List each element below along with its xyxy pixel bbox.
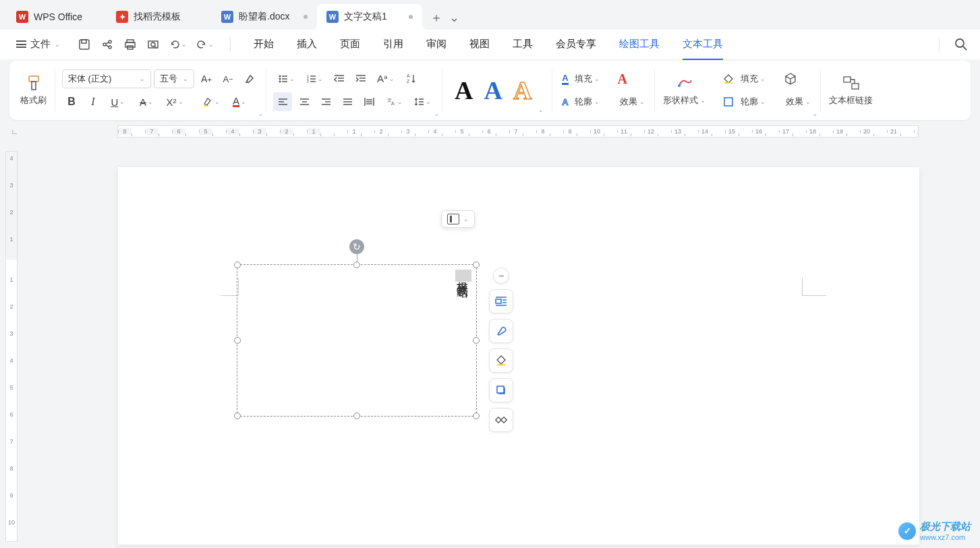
chevron-down-icon: ⌄ [760,98,766,105]
tab-home[interactable]: W WPS Office [7,4,107,30]
print-preview-icon[interactable] [146,38,160,51]
italic-icon[interactable]: I [84,92,103,111]
rotate-handle[interactable]: ↻ [349,239,364,254]
ribbon-toolbar: 格式刷 宋体 (正文)⌄ 五号⌄ A+ A− B I U⌄ A⌄ X²⌄ ⌄ A… [9,61,971,120]
align-right-icon[interactable] [316,92,335,111]
sort-icon[interactable]: AZ [401,69,420,88]
shape-fill-button[interactable]: 填充⌄ [720,71,768,86]
change-case-icon[interactable]: Aᵃ⌄ [373,69,399,88]
menu-review[interactable]: 审阅 [426,35,446,53]
bold-icon[interactable]: B [62,92,81,111]
decrease-indent-icon[interactable] [330,69,349,88]
menu-drawing-tools[interactable]: 绘图工具 [619,35,660,53]
text-effect-dropdown[interactable]: 效果⌄ [617,94,647,109]
tab-options-dropdown[interactable]: ⌄ [449,10,459,25]
tab-templates[interactable]: ✦ 找稻壳模板 [107,4,212,30]
fill-tool-icon[interactable] [489,348,513,373]
textbox-link-button[interactable]: 文本框链接 [829,74,873,106]
styles-more-icon[interactable]: ⌄ [538,106,544,113]
highlight-icon[interactable]: ⌄ [198,92,224,111]
resize-handle-bm[interactable] [353,413,360,419]
expand-font-icon[interactable]: ⌄ [258,110,263,117]
text-direction-icon[interactable]: 文A⌄ [381,92,407,111]
strikethrough-icon[interactable]: A⌄ [134,92,159,111]
align-left-icon[interactable] [273,92,292,111]
font-size-select[interactable]: 五号⌄ [154,69,194,88]
horizontal-ruler[interactable]: 8765432112345678910111213141516171819202… [117,125,919,138]
resize-handle-ml[interactable] [234,337,241,344]
layout-tool-icon[interactable] [489,289,513,313]
search-icon[interactable] [954,38,968,51]
chevron-down-icon: ⌄ [389,75,395,82]
text-effect-button[interactable]: A [617,71,627,87]
superscript-icon[interactable]: X²⌄ [162,92,188,111]
share-icon[interactable] [100,38,114,51]
text-style-3[interactable]: A [509,75,536,105]
resize-handle-br[interactable] [473,413,480,419]
decrease-font-icon[interactable]: A− [219,69,237,88]
align-center-icon[interactable] [295,92,314,111]
align-justify-icon[interactable] [338,92,357,111]
increase-indent-icon[interactable] [351,69,370,88]
resize-handle-tr[interactable] [473,262,480,268]
new-tab-button[interactable]: ＋ [430,9,442,26]
menu-tools[interactable]: 工具 [513,35,533,53]
vertical-ruler[interactable]: 432112345678910111213 [5,151,18,542]
document-canvas[interactable]: ⌄ ↻ 极光下载站 − [118,167,919,545]
print-icon[interactable] [123,38,137,51]
resize-handle-bl[interactable] [234,413,241,419]
format-painter-button[interactable]: 格式刷 [20,74,47,106]
resize-handle-mr[interactable] [473,337,480,344]
font-color-icon[interactable]: A⌄ [227,92,252,111]
menu-insert[interactable]: 插入 [297,35,317,53]
font-family-select[interactable]: 宋体 (正文)⌄ [62,69,151,88]
brush-tool-icon[interactable] [489,319,513,343]
tab-doc-2[interactable]: W 文字文稿1 [317,4,422,30]
text-style-2[interactable]: A [480,75,506,105]
menu-reference[interactable]: 引用 [383,35,403,53]
wps-logo-icon: W [16,11,28,23]
text-fill-button[interactable]: A 填充⌄ [559,71,602,86]
collapse-button[interactable]: − [493,268,509,284]
bullets-icon[interactable]: ⌄ [273,69,299,88]
distribute-icon[interactable] [359,92,378,111]
svg-text:3: 3 [307,80,309,84]
tab-doc-1[interactable]: W 盼望着.docx [212,4,317,30]
menu-page[interactable]: 页面 [340,35,360,53]
expand-shape-icon[interactable]: ⌄ [812,110,817,117]
menu-start[interactable]: 开始 [254,35,274,53]
menu-text-tools[interactable]: 文本工具 [683,35,723,60]
save-icon[interactable] [78,38,91,51]
more-tool-icon[interactable] [489,408,513,432]
text-box[interactable]: ↻ 极光下载站 [237,264,477,417]
underline-icon[interactable]: U⌄ [105,92,131,111]
shadow-tool-icon[interactable] [489,378,513,402]
shape-style-button[interactable]: 形状样式⌄ [663,74,705,106]
watermark: ✓ 极光下载站 www.xz7.com [898,520,971,541]
shape-effect-dropdown[interactable]: 效果⌄ [783,94,813,109]
text-content[interactable]: 极光下载站 [455,270,471,282]
layout-wrap-icon [447,214,459,224]
chevron-down-icon: ⌄ [148,98,153,105]
clear-format-icon[interactable] [240,69,259,88]
svg-point-21 [279,78,281,80]
expand-paragraph-icon[interactable]: ⌄ [434,110,439,117]
numbering-icon[interactable]: 123⌄ [301,69,327,88]
undo-button[interactable]: ⌄ [169,38,187,51]
resize-handle-tl[interactable] [234,262,241,268]
svg-rect-67 [496,299,501,303]
resize-handle-tm[interactable] [353,262,360,268]
text-outline-button[interactable]: A 轮廓⌄ [559,94,602,109]
shape-outline-button[interactable]: 轮廓⌄ [720,94,768,109]
button-label: 形状样式 [663,94,698,106]
menu-member[interactable]: 会员专享 [556,35,596,53]
layout-options-popup[interactable]: ⌄ [441,210,475,228]
text-style-1[interactable]: A [451,75,477,105]
button-label: 轮廓 [575,96,592,108]
increase-font-icon[interactable]: A+ [197,69,216,88]
file-menu[interactable]: 文件 ⌄ [12,35,64,53]
redo-button[interactable]: ⌄ [196,38,214,51]
menu-view[interactable]: 视图 [469,35,490,53]
line-spacing-icon[interactable]: ⌄ [409,92,435,111]
svg-rect-8 [125,42,135,47]
